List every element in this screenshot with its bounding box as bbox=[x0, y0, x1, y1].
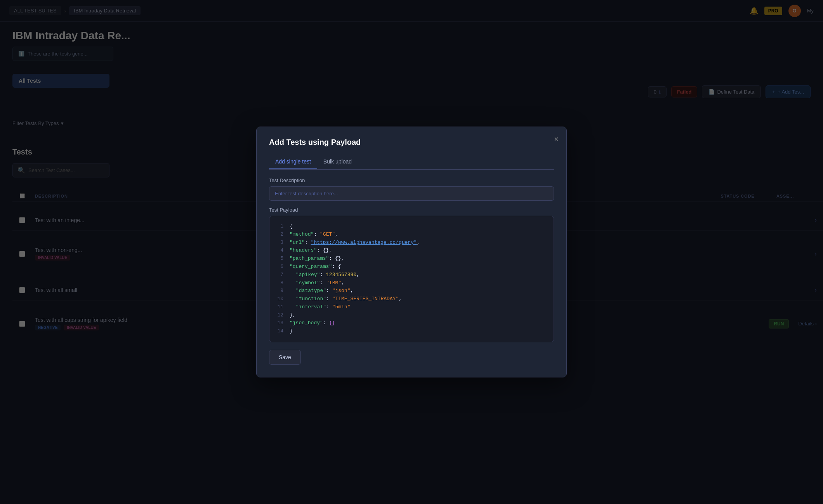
code-line-12: 12 }, bbox=[276, 311, 547, 320]
code-line-2: 2 "method": "GET", bbox=[276, 231, 547, 239]
modal-close-button[interactable]: × bbox=[554, 135, 559, 144]
modal: Add Tests using Payload × Add single tes… bbox=[256, 127, 567, 377]
code-line-13: 13 "json_body": {} bbox=[276, 319, 547, 327]
code-line-8: 8 "symbol": "IBM", bbox=[276, 279, 547, 287]
code-editor[interactable]: 1 { 2 "method": "GET", 3 "url": "https:/… bbox=[269, 216, 554, 342]
description-label: Test Description bbox=[269, 177, 554, 183]
code-line-4: 4 "headers": {}, bbox=[276, 247, 547, 255]
modal-overlay: Add Tests using Payload × Add single tes… bbox=[0, 0, 823, 504]
code-line-3: 3 "url": "https://www.alphavantage.co/qu… bbox=[276, 239, 547, 247]
code-line-7: 7 "apikey": 1234567890, bbox=[276, 271, 547, 279]
modal-tabs: Add single test Bulk upload bbox=[269, 155, 554, 170]
code-line-6: 6 "query_params": { bbox=[276, 263, 547, 271]
code-line-9: 9 "datatype": "json", bbox=[276, 287, 547, 295]
payload-label: Test Payload bbox=[269, 207, 554, 213]
modal-title: Add Tests using Payload bbox=[269, 138, 554, 147]
save-button[interactable]: Save bbox=[269, 350, 301, 365]
description-input[interactable] bbox=[269, 186, 554, 201]
code-line-1: 1 { bbox=[276, 222, 547, 231]
tab-add-single-test[interactable]: Add single test bbox=[269, 155, 317, 169]
code-line-11: 11 "interval": "5min" bbox=[276, 303, 547, 311]
code-line-14: 14 } bbox=[276, 327, 547, 335]
code-line-10: 10 "function": "TIME_SERIES_INTRADAY", bbox=[276, 295, 547, 303]
code-line-5: 5 "path_params": {}, bbox=[276, 255, 547, 263]
tab-bulk-upload[interactable]: Bulk upload bbox=[317, 155, 358, 169]
